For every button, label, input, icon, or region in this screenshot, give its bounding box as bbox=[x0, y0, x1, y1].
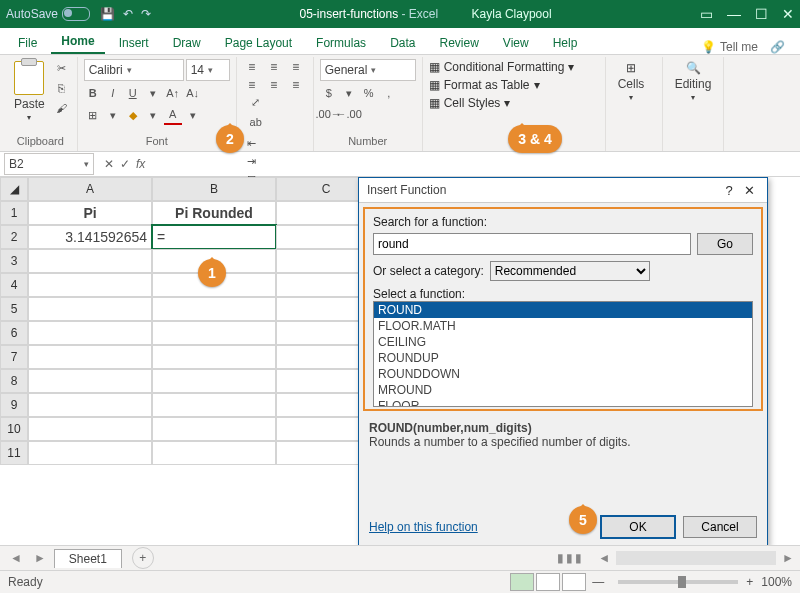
format-painter-icon[interactable]: 🖌 bbox=[53, 99, 71, 117]
minimize-icon[interactable]: — bbox=[727, 6, 741, 22]
zoom-level[interactable]: 100% bbox=[761, 575, 792, 589]
currency-icon[interactable]: $ bbox=[320, 84, 338, 102]
tab-home[interactable]: Home bbox=[51, 30, 104, 54]
help-icon[interactable]: ? bbox=[719, 183, 739, 198]
tab-data[interactable]: Data bbox=[380, 32, 425, 54]
col-header-a[interactable]: A bbox=[28, 177, 152, 201]
select-function-label: Select a function: bbox=[373, 287, 465, 301]
file-name: 05-insert-functions bbox=[299, 7, 398, 21]
enter-formula-icon[interactable]: ✓ bbox=[120, 157, 130, 171]
select-all-corner[interactable]: ◢ bbox=[0, 177, 28, 201]
editing-button[interactable]: 🔍Editing▾ bbox=[669, 59, 718, 104]
share-button[interactable]: 🔗 bbox=[762, 40, 792, 54]
percent-icon[interactable]: % bbox=[360, 84, 378, 102]
go-button[interactable]: Go bbox=[697, 233, 753, 255]
copy-icon[interactable]: ⎘ bbox=[53, 79, 71, 97]
orientation-icon[interactable]: ⤢ bbox=[247, 93, 265, 111]
undo-icon[interactable]: ↶ bbox=[123, 7, 133, 21]
page-layout-view-icon[interactable] bbox=[536, 573, 560, 591]
fill-color-icon[interactable]: ◆ bbox=[124, 106, 142, 124]
cell-b2[interactable]: = bbox=[152, 225, 276, 249]
list-item[interactable]: ROUNDUP bbox=[374, 350, 752, 366]
sheet-tab[interactable]: Sheet1 bbox=[54, 549, 122, 568]
increase-indent-icon[interactable]: ⇥ bbox=[243, 152, 261, 170]
dialog-close-icon[interactable]: ✕ bbox=[739, 183, 759, 198]
category-select[interactable]: Recommended bbox=[490, 261, 650, 281]
close-icon[interactable]: ✕ bbox=[782, 6, 794, 22]
name-box[interactable]: B2▾ bbox=[4, 153, 94, 175]
underline-button[interactable]: U bbox=[124, 84, 142, 102]
tab-draw[interactable]: Draw bbox=[163, 32, 211, 54]
help-link[interactable]: Help on this function bbox=[369, 520, 478, 534]
borders-icon[interactable]: ⊞ bbox=[84, 106, 102, 124]
cancel-formula-icon[interactable]: ✕ bbox=[104, 157, 114, 171]
user-name: Kayla Claypool bbox=[472, 7, 552, 21]
cells-button[interactable]: ⊞Cells▾ bbox=[612, 59, 651, 104]
scroll-right-icon[interactable]: ► bbox=[782, 551, 794, 565]
format-as-table-button[interactable]: ▦ Format as Table ▾ bbox=[429, 77, 540, 93]
list-item[interactable]: CEILING bbox=[374, 334, 752, 350]
list-item[interactable]: ROUNDDOWN bbox=[374, 366, 752, 382]
list-item[interactable]: ROUND bbox=[374, 302, 752, 318]
increase-font-icon[interactable]: A↑ bbox=[164, 84, 182, 102]
align-right-icon[interactable]: ≡ bbox=[287, 77, 305, 93]
row-header[interactable]: 2 bbox=[0, 225, 28, 249]
align-center-icon[interactable]: ≡ bbox=[265, 77, 283, 93]
font-name-combo[interactable]: Calibri▾ bbox=[84, 59, 184, 81]
ok-button[interactable]: OK bbox=[601, 516, 675, 538]
tab-nav-next-icon[interactable]: ► bbox=[30, 551, 50, 565]
italic-button[interactable]: I bbox=[104, 84, 122, 102]
cancel-button[interactable]: Cancel bbox=[683, 516, 757, 538]
col-header-b[interactable]: B bbox=[152, 177, 276, 201]
redo-icon[interactable]: ↷ bbox=[141, 7, 151, 21]
wrap-text-icon[interactable]: ab bbox=[247, 113, 265, 131]
cut-icon[interactable]: ✂ bbox=[53, 59, 71, 77]
font-color-icon[interactable]: A bbox=[164, 105, 182, 125]
tab-file[interactable]: File bbox=[8, 32, 47, 54]
list-item[interactable]: MROUND bbox=[374, 382, 752, 398]
list-item[interactable]: FLOOR.MATH bbox=[374, 318, 752, 334]
cell-a2[interactable]: 3.141592654 bbox=[28, 225, 152, 249]
comma-icon[interactable]: , bbox=[380, 84, 398, 102]
scroll-left-icon[interactable]: ◄ bbox=[598, 551, 610, 565]
row-header[interactable]: 1 bbox=[0, 201, 28, 225]
zoom-slider[interactable] bbox=[618, 580, 738, 584]
number-format-combo[interactable]: General▾ bbox=[320, 59, 416, 81]
decrease-indent-icon[interactable]: ⇤ bbox=[243, 134, 261, 152]
tab-formulas[interactable]: Formulas bbox=[306, 32, 376, 54]
align-bottom-icon[interactable]: ≡ bbox=[287, 59, 305, 75]
conditional-formatting-button[interactable]: ▦ Conditional Formatting ▾ bbox=[429, 59, 575, 75]
decrease-decimal-icon[interactable]: ←.00 bbox=[340, 105, 358, 123]
new-sheet-icon[interactable]: + bbox=[132, 547, 154, 569]
zoom-out-icon[interactable]: — bbox=[592, 575, 604, 589]
function-list[interactable]: ROUND FLOOR.MATH CEILING ROUNDUP ROUNDDO… bbox=[373, 301, 753, 407]
tell-me[interactable]: 💡Tell me bbox=[701, 40, 758, 54]
list-item[interactable]: FLOOR bbox=[374, 398, 752, 407]
cell-styles-button[interactable]: ▦ Cell Styles ▾ bbox=[429, 95, 511, 111]
maximize-icon[interactable]: ☐ bbox=[755, 6, 768, 22]
decrease-font-icon[interactable]: A↓ bbox=[184, 84, 202, 102]
cell-b1[interactable]: Pi Rounded bbox=[152, 201, 276, 225]
align-left-icon[interactable]: ≡ bbox=[243, 77, 261, 93]
tab-page-layout[interactable]: Page Layout bbox=[215, 32, 302, 54]
search-input[interactable] bbox=[373, 233, 691, 255]
tab-nav-prev-icon[interactable]: ◄ bbox=[6, 551, 26, 565]
group-cells: ⊞Cells▾ bbox=[606, 57, 663, 151]
align-top-icon[interactable]: ≡ bbox=[243, 59, 261, 75]
tab-review[interactable]: Review bbox=[429, 32, 488, 54]
page-break-view-icon[interactable] bbox=[562, 573, 586, 591]
fx-icon[interactable]: fx bbox=[136, 157, 145, 171]
font-size-combo[interactable]: 14▾ bbox=[186, 59, 230, 81]
cell-a1[interactable]: Pi bbox=[28, 201, 152, 225]
tab-insert[interactable]: Insert bbox=[109, 32, 159, 54]
tab-help[interactable]: Help bbox=[543, 32, 588, 54]
zoom-in-icon[interactable]: + bbox=[746, 575, 753, 589]
autosave-toggle[interactable]: AutoSave bbox=[6, 7, 90, 21]
tab-view[interactable]: View bbox=[493, 32, 539, 54]
normal-view-icon[interactable] bbox=[510, 573, 534, 591]
align-middle-icon[interactable]: ≡ bbox=[265, 59, 283, 75]
ribbon-options-icon[interactable]: ▭ bbox=[700, 6, 713, 22]
bold-button[interactable]: B bbox=[84, 84, 102, 102]
paste-button[interactable]: Paste▾ bbox=[10, 59, 49, 124]
save-icon[interactable]: 💾 bbox=[100, 7, 115, 21]
